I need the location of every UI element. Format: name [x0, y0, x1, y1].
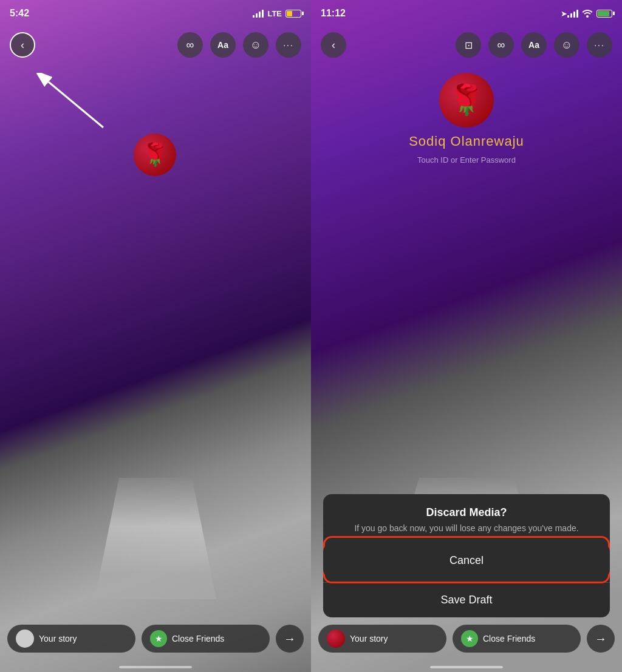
left-infinity-button[interactable]: ∞ — [177, 32, 203, 58]
right-lock-screen: 🌹 Sodiq Olanrewaju Touch ID or Enter Pas… — [311, 73, 622, 165]
left-signal-icon — [253, 9, 264, 18]
right-text-button[interactable]: Aa — [521, 32, 547, 58]
right-story-avatar — [327, 630, 345, 648]
left-phone: 🌹 5:42 LTE ‹ ∞ Aa — [0, 0, 311, 672]
right-arrow-icon: → — [595, 632, 607, 646]
left-back-button[interactable]: ‹ — [10, 32, 35, 58]
right-your-story-button[interactable]: Your story — [318, 625, 446, 653]
right-battery-fill — [598, 11, 609, 16]
right-sticker-button[interactable]: ☺ — [554, 32, 579, 58]
cancel-button[interactable]: Cancel — [323, 543, 610, 578]
dialog-title: Discard Media? — [323, 494, 610, 523]
left-your-story-button[interactable]: Your story — [7, 625, 135, 653]
right-phone: 🌹 Sodiq Olanrewaju Touch ID or Enter Pas… — [311, 0, 622, 672]
right-gallery-icon: ⊡ — [465, 39, 473, 51]
left-arrow-button[interactable]: → — [276, 625, 304, 653]
left-time: 5:42 — [10, 8, 253, 19]
left-more-button[interactable]: ··· — [276, 32, 301, 58]
right-status-bar: 11:12 ➤ — [311, 0, 622, 27]
right-signal-icon — [567, 9, 578, 18]
left-more-icon: ··· — [283, 40, 294, 50]
save-draft-button[interactable]: Save Draft — [323, 583, 610, 617]
right-home-indicator — [430, 666, 503, 668]
left-sticker-button[interactable]: ☺ — [243, 32, 268, 58]
right-toolbar: ‹ ⊡ ∞ Aa ☺ ··· — [311, 27, 622, 63]
arrow-annotation — [36, 73, 109, 134]
right-infinity-button[interactable]: ∞ — [488, 32, 514, 58]
right-toolbar-left: ‹ — [321, 32, 456, 58]
svg-point-2 — [586, 15, 589, 18]
right-sticker-icon: ☺ — [561, 39, 572, 52]
right-wifi-icon — [582, 9, 593, 18]
right-text-icon: Aa — [528, 40, 539, 50]
cancel-sheet: Cancel — [323, 543, 610, 578]
right-close-friends-label: Close Friends — [483, 634, 535, 643]
right-lock-name: Sodiq Olanrewaju — [409, 134, 524, 149]
right-rose-sticker: 🌹 — [439, 73, 494, 127]
right-more-button[interactable]: ··· — [587, 32, 612, 58]
left-arrow-icon: → — [284, 632, 296, 646]
right-toolbar-right: ⊡ ∞ Aa ☺ ··· — [456, 32, 612, 58]
left-green-star-icon: ★ — [150, 630, 167, 647]
left-rose-sticker: 🌹 — [134, 134, 176, 176]
right-your-story-label: Your story — [350, 634, 388, 643]
left-lte-label: LTE — [267, 9, 282, 18]
right-green-star-icon: ★ — [461, 630, 478, 647]
left-toolbar-right: ∞ Aa ☺ ··· — [177, 32, 301, 58]
left-toolbar: ‹ ∞ Aa ☺ ··· — [0, 27, 311, 63]
right-close-friends-button[interactable]: ★ Close Friends — [453, 625, 581, 653]
left-your-story-label: Your story — [39, 634, 77, 643]
svg-line-1 — [49, 82, 103, 127]
right-more-icon: ··· — [594, 40, 605, 50]
right-location-icon: ➤ — [561, 9, 567, 18]
left-bottom-bar: Your story ★ Close Friends → — [0, 617, 311, 660]
left-text-icon: Aa — [217, 40, 228, 50]
left-status-icons: LTE — [253, 9, 301, 18]
left-toolbar-left: ‹ — [10, 32, 177, 58]
right-bottom-bar: Your story ★ Close Friends → — [311, 617, 622, 660]
right-status-icons — [567, 9, 612, 18]
left-battery-fill — [287, 11, 292, 16]
right-lock-sub: Touch ID or Enter Password — [417, 155, 516, 165]
left-status-bar: 5:42 LTE — [0, 0, 311, 27]
left-sticker-icon: ☺ — [250, 39, 261, 52]
right-gallery-button[interactable]: ⊡ — [456, 32, 481, 58]
left-close-friends-label: Close Friends — [172, 634, 224, 643]
left-close-friends-button[interactable]: ★ Close Friends — [142, 625, 270, 653]
right-back-button[interactable]: ‹ — [321, 32, 346, 58]
left-story-avatar — [16, 630, 34, 648]
right-time: 11:12 — [321, 8, 561, 19]
left-home-indicator — [119, 666, 192, 668]
right-battery-icon — [596, 10, 612, 18]
left-text-button[interactable]: Aa — [210, 32, 236, 58]
left-battery-icon — [285, 10, 301, 18]
right-arrow-button[interactable]: → — [587, 625, 615, 653]
